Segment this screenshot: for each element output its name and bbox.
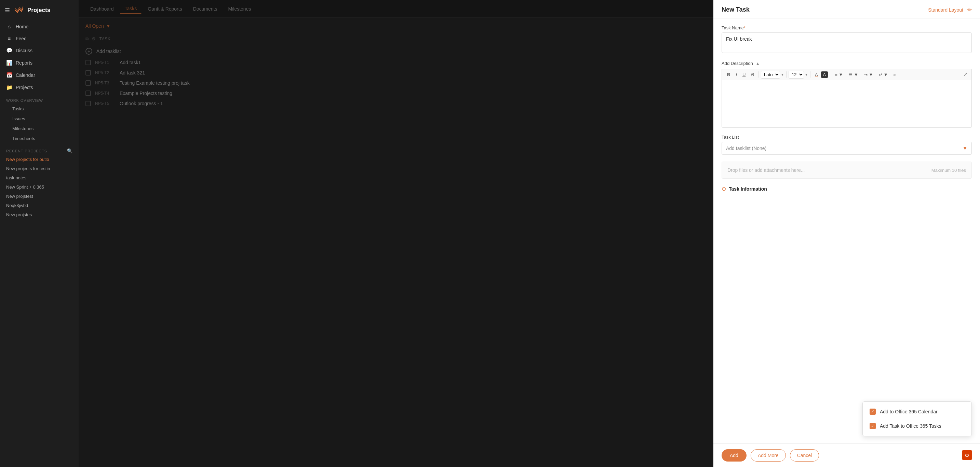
chevron-down-icon: ▼: [781, 73, 784, 76]
chevron-down-icon: ▼: [805, 73, 808, 76]
calendar-icon: 📅: [6, 72, 12, 78]
main-area: Dashboard Tasks Gantt & Reports Document…: [79, 0, 980, 467]
svg-text:O: O: [965, 453, 969, 458]
office365-tasks-checkbox[interactable]: ✓: [870, 423, 876, 429]
chevron-up-icon[interactable]: ▲: [756, 61, 760, 66]
task-info-header[interactable]: ⊙ Task Information: [722, 186, 972, 192]
tasklist-section: Task List Add tasklist (None) ▼: [722, 135, 972, 155]
add-button[interactable]: Add: [722, 449, 746, 462]
align-button[interactable]: ≡ ▼: [832, 71, 845, 78]
sidebar: ☰ Projects ⌂ Home ≡ Feed 💬 Discuss 📊 Rep…: [0, 0, 79, 467]
office365-tasks-item[interactable]: ✓ Add Task to Office 365 Tasks: [863, 419, 972, 433]
highlight-button[interactable]: A: [821, 71, 828, 78]
feed-icon: ≡: [6, 35, 12, 41]
recent-project-item[interactable]: New projects for outlo: [0, 155, 79, 164]
recent-search-icon[interactable]: 🔍: [67, 148, 72, 153]
recent-projects-label: RECENT PROJECTS: [6, 149, 47, 153]
sidebar-item-label: Calendar: [16, 72, 35, 78]
office365-popup: ✓ Add to Office 365 Calendar ✓ Add Task …: [862, 402, 972, 436]
sidebar-item-home[interactable]: ⌂ Home: [0, 21, 79, 32]
app-title: Projects: [27, 7, 50, 14]
tasklist-select[interactable]: Add tasklist (None) ▼: [722, 142, 972, 155]
superscript-button[interactable]: x² ▼: [876, 71, 890, 78]
attachments-placeholder: Drop files or add attachments here...: [727, 167, 805, 173]
sidebar-item-label: Reports: [16, 60, 32, 65]
recent-project-item[interactable]: task notes: [0, 173, 79, 183]
font-family-select[interactable]: Lato: [761, 71, 780, 79]
attachments-area[interactable]: Drop files or add attachments here... Ma…: [722, 162, 972, 179]
more-formatting-button[interactable]: »: [891, 71, 898, 78]
indent-button[interactable]: ⇥ ▼: [861, 71, 875, 78]
tasklist-label: Task List: [722, 135, 972, 140]
office365-calendar-checkbox[interactable]: ✓: [870, 408, 876, 415]
recent-project-item[interactable]: New projstest: [0, 192, 79, 201]
panel-header: New Task Standard Layout ✏: [713, 0, 980, 19]
strikethrough-button[interactable]: S: [749, 71, 756, 78]
recent-project-item[interactable]: New projects for testin: [0, 164, 79, 173]
underline-button[interactable]: U: [740, 71, 748, 78]
sidebar-item-timesheets[interactable]: Timesheets: [0, 133, 79, 143]
sidebar-item-tasks[interactable]: Tasks: [0, 104, 79, 114]
task-info-toggle-icon: ⊙: [722, 186, 726, 192]
panel-title: New Task: [722, 6, 749, 13]
italic-button[interactable]: I: [733, 71, 739, 78]
text-color-button[interactable]: A: [813, 71, 820, 78]
sidebar-item-calendar[interactable]: 📅 Calendar: [0, 69, 79, 81]
add-more-button[interactable]: Add More: [751, 449, 786, 462]
panel-header-right: Standard Layout ✏: [928, 6, 972, 13]
tasklist-chevron-icon: ▼: [963, 146, 967, 151]
editor-toolbar: B I U S Lato ▼ 12 ▼ A A ≡ ▼ ☰ ▼: [722, 69, 972, 80]
sidebar-item-feed[interactable]: ≡ Feed: [0, 32, 79, 44]
sidebar-item-label: Home: [16, 24, 29, 29]
panel-body: Task Name* Fix UI break Add Description …: [713, 19, 980, 443]
new-task-panel: New Task Standard Layout ✏ Task Name* Fi…: [713, 0, 980, 467]
recent-project-item[interactable]: New Sprint + 0 365: [0, 183, 79, 192]
office365-icon: O: [962, 450, 972, 460]
description-editor[interactable]: [722, 80, 972, 128]
edit-icon[interactable]: ✏: [967, 6, 972, 13]
list-button[interactable]: ☰ ▼: [846, 71, 861, 78]
expand-editor-button[interactable]: ⤢: [962, 70, 969, 79]
sidebar-item-label: Discuss: [16, 48, 32, 53]
reports-icon: 📊: [6, 60, 12, 66]
required-marker: *: [744, 25, 746, 30]
add-tasks-label: Add Task to Office 365 Tasks: [880, 423, 941, 429]
checkmark-icon: ✓: [871, 409, 874, 414]
font-size-select[interactable]: 12: [789, 71, 804, 79]
toolbar-separator: [810, 71, 810, 78]
tasklist-value: Add tasklist (None): [726, 146, 766, 151]
sidebar-item-issues[interactable]: Issues: [0, 114, 79, 124]
footer-buttons: Add Add More Cancel: [722, 449, 819, 462]
add-calendar-label: Add to Office 365 Calendar: [880, 409, 938, 415]
home-icon: ⌂: [6, 24, 12, 29]
sidebar-item-milestones[interactable]: Milestones: [0, 124, 79, 133]
hamburger-icon[interactable]: ☰: [5, 7, 10, 14]
sidebar-nav: ⌂ Home ≡ Feed 💬 Discuss 📊 Reports 📅 Cale…: [0, 21, 79, 94]
task-name-input[interactable]: Fix UI break: [722, 32, 972, 53]
office365-icon-button[interactable]: O: [962, 450, 972, 461]
max-files-label: Maximum 10 files: [931, 168, 966, 173]
recent-project-item[interactable]: Neqk3jwbd: [0, 201, 79, 210]
standard-layout-link[interactable]: Standard Layout: [928, 7, 963, 13]
task-info-label: Task Information: [729, 186, 767, 192]
sidebar-item-reports[interactable]: 📊 Reports: [0, 57, 79, 69]
cancel-button[interactable]: Cancel: [790, 449, 819, 462]
bold-button[interactable]: B: [725, 71, 732, 78]
work-overview-label: WORK OVERVIEW: [0, 94, 79, 104]
office365-calendar-item[interactable]: ✓ Add to Office 365 Calendar: [863, 405, 972, 419]
panel-footer: Add Add More Cancel O: [713, 443, 980, 467]
sidebar-item-label: Projects: [16, 85, 33, 90]
app-logo: [14, 5, 24, 15]
sidebar-item-label: Feed: [16, 36, 27, 41]
sidebar-header: ☰ Projects: [0, 0, 79, 21]
description-label: Add Description: [722, 61, 753, 66]
toolbar-separator: [759, 71, 759, 78]
checkmark-icon: ✓: [871, 424, 874, 428]
sidebar-item-discuss[interactable]: 💬 Discuss: [0, 44, 79, 57]
recent-project-item[interactable]: New projstes: [0, 210, 79, 219]
sidebar-item-projects[interactable]: 📁 Projects: [0, 81, 79, 94]
projects-icon: 📁: [6, 84, 12, 91]
task-info-section: ⊙ Task Information: [722, 186, 972, 192]
recent-projects-header: RECENT PROJECTS 🔍: [0, 143, 79, 155]
task-name-label: Task Name*: [722, 25, 972, 30]
